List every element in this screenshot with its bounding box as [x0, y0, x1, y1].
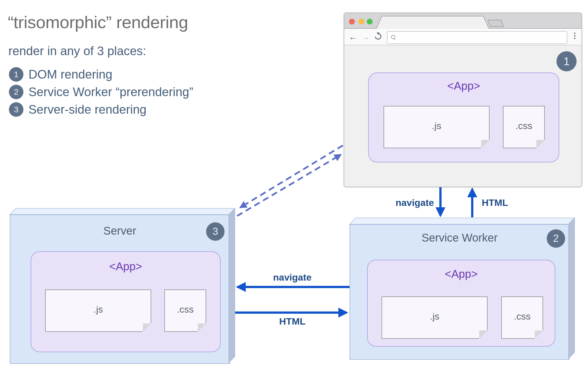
legend-badge-3: 3 — [9, 102, 23, 117]
service-worker-box: Service Worker 2 <App> .js .css — [350, 224, 570, 360]
legend-label-3: Server-side rendering — [28, 103, 146, 116]
page-corner-fold-icon — [479, 330, 488, 339]
back-icon[interactable]: ← — [349, 32, 358, 41]
server-app-label: <App> — [31, 260, 220, 273]
navigate-left-label: navigate — [250, 272, 334, 283]
page-corner-fold-icon — [535, 330, 543, 339]
browser-app-box: <App> .js .css — [368, 72, 559, 162]
browser-css-file: .css — [503, 106, 545, 148]
browser-tab-title[interactable]: website — [389, 18, 421, 28]
browser-js-label: .js — [384, 106, 489, 145]
browser-window: website ← → 1 <App> .js — [344, 13, 582, 187]
service-worker-app-label: <App> — [368, 268, 555, 280]
server-box: Server 3 <App> .js .css — [10, 215, 230, 364]
service-worker-app-box: <App> .js .css — [367, 260, 555, 347]
server-js-label: .js — [46, 290, 151, 328]
legend-label-1: DOM rendering — [28, 67, 112, 81]
step-badge-server: 3 — [206, 222, 225, 241]
browser-js-file: .js — [384, 106, 490, 148]
reload-icon[interactable] — [373, 32, 382, 41]
service-worker-css-file: .css — [501, 296, 543, 339]
navigate-down-label: navigate — [377, 197, 434, 208]
server-css-file: .css — [164, 289, 206, 332]
minimize-window-button[interactable] — [358, 19, 364, 25]
page-title: “trisomorphic” rendering — [8, 12, 188, 32]
legend-item-dom: 1 DOM rendering — [9, 67, 112, 82]
browser-toolbar: ← → — [344, 29, 582, 45]
legend-label-2: Service Worker “prerendering” — [28, 85, 193, 99]
search-icon — [391, 35, 395, 39]
service-worker-box-top-face — [350, 218, 575, 224]
page-subtitle: render in any of 3 places: — [8, 44, 146, 58]
browser-app-label: <App> — [369, 80, 559, 92]
server-box-top-face — [10, 208, 235, 215]
service-worker-js-file: .js — [382, 296, 488, 339]
page-corner-fold-icon — [536, 140, 545, 148]
service-worker-title: Service Worker — [350, 232, 569, 244]
legend-item-service-worker: 2 Service Worker “prerendering” — [9, 84, 193, 99]
forward-icon[interactable]: → — [361, 32, 370, 41]
step-badge-dom: 1 — [556, 51, 577, 71]
url-input[interactable] — [399, 32, 562, 43]
html-up-label: HTML — [482, 197, 508, 208]
server-app-box: <App> .js .css — [31, 251, 221, 352]
browser-viewport: 1 <App> .js .css — [344, 45, 582, 187]
diagram-canvas: “trisomorphic” rendering render in any o… — [0, 0, 588, 370]
legend-badge-1: 1 — [9, 67, 23, 82]
legend-item-server-side: 3 Server-side rendering — [9, 102, 146, 117]
address-bar[interactable] — [387, 31, 567, 44]
zoom-window-button[interactable] — [367, 19, 373, 25]
page-corner-fold-icon — [198, 323, 206, 332]
browser-tab-bar: website — [344, 13, 582, 29]
dashed-arrow-to-server — [240, 145, 343, 208]
html-right-label: HTML — [250, 316, 334, 327]
service-worker-js-label: .js — [382, 297, 487, 335]
page-corner-fold-icon — [481, 140, 490, 148]
legend-badge-2: 2 — [9, 85, 23, 99]
server-title: Server — [10, 225, 229, 237]
step-badge-service-worker: 2 — [547, 229, 565, 248]
page-corner-fold-icon — [143, 323, 151, 332]
browser-menu-icon[interactable] — [574, 33, 575, 39]
dashed-arrow-to-browser — [237, 155, 341, 216]
close-window-button[interactable] — [349, 19, 355, 25]
server-js-file: .js — [45, 289, 151, 332]
